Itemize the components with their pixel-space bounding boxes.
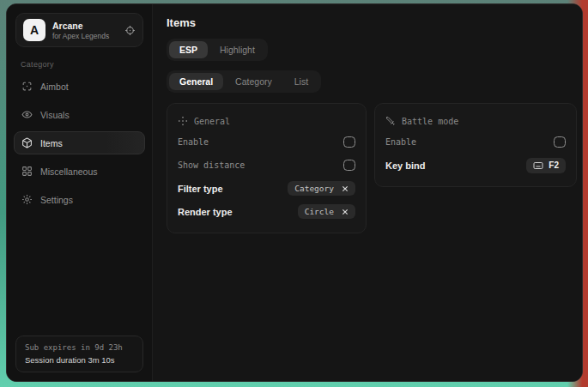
- sidebar-item-settings[interactable]: Settings: [14, 188, 145, 211]
- tab-general[interactable]: General: [169, 73, 223, 90]
- tab-highlight[interactable]: Highlight: [209, 41, 265, 58]
- eye-icon: [21, 109, 33, 120]
- selected-value: Circle: [305, 207, 334, 216]
- tab-esp[interactable]: ESP: [169, 41, 208, 58]
- setting-row-enable: Enable: [385, 131, 566, 153]
- sidebar-nav: Aimbot Visuals Items: [7, 75, 152, 211]
- setting-label: Render type: [178, 207, 233, 217]
- keyboard-icon: [533, 160, 543, 171]
- clear-x-icon[interactable]: [342, 209, 349, 215]
- panel-title: General: [194, 117, 230, 126]
- subscription-info-card: Sub expires in 9d 23h Session duration 3…: [15, 336, 143, 372]
- setting-row-key-bind: Key bind F2: [385, 154, 566, 176]
- sidebar-item-label: Settings: [40, 195, 73, 205]
- setting-label: Filter type: [178, 184, 223, 194]
- app-name: Arcane: [52, 21, 109, 31]
- grid-icon: [21, 166, 33, 177]
- setting-label: Enable: [178, 137, 209, 147]
- key-bind-button[interactable]: F2: [526, 158, 566, 173]
- key-bind-value: F2: [549, 160, 559, 170]
- app-subtitle: for Apex Legends: [52, 32, 109, 40]
- sub-expires-text: Sub expires in 9d 23h: [25, 343, 134, 352]
- setting-row-render-type: Render type Circle: [178, 201, 355, 222]
- sidebar: A Arcane for Apex Legends Category: [7, 4, 153, 381]
- filter-type-select[interactable]: Category: [288, 181, 355, 196]
- setting-label: Key bind: [385, 160, 425, 171]
- page-title: Items: [167, 16, 577, 29]
- enable-checkbox[interactable]: [343, 136, 355, 148]
- panel-title: Battle mode: [402, 117, 458, 126]
- setting-row-enable: Enable: [178, 131, 355, 153]
- crosshair-target-icon[interactable]: [124, 25, 136, 36]
- session-duration-text: Session duration 3m 10s: [25, 355, 134, 365]
- selected-value: Category: [294, 184, 334, 193]
- tab-category[interactable]: Category: [225, 73, 282, 90]
- main-content: Items ESP Highlight General Category Lis…: [153, 4, 583, 381]
- battle-mode-panel: Battle mode Enable Key bind: [374, 103, 577, 187]
- sidebar-item-miscellaneous[interactable]: Miscellaneous: [14, 160, 145, 183]
- tab-list[interactable]: List: [284, 73, 318, 90]
- sidebar-item-aimbot[interactable]: Aimbot: [14, 75, 145, 98]
- setting-label: Show distance: [178, 160, 245, 170]
- sword-icon: [385, 116, 396, 126]
- dotted-crosshair-icon: [178, 116, 188, 126]
- sidebar-item-label: Miscellaneous: [40, 166, 98, 177]
- brand-text: Arcane for Apex Legends: [52, 21, 109, 40]
- setting-row-show-distance: Show distance: [178, 154, 355, 176]
- app-window: A Arcane for Apex Legends Category: [6, 3, 583, 382]
- show-distance-checkbox[interactable]: [343, 160, 355, 171]
- primary-tab-group: ESP Highlight: [167, 39, 268, 61]
- gear-icon: [21, 194, 33, 205]
- crosshair-frame-icon: [21, 81, 33, 92]
- sidebar-item-label: Items: [40, 138, 63, 148]
- sidebar-section-label: Category: [21, 60, 152, 69]
- render-type-select[interactable]: Circle: [298, 204, 355, 219]
- brand-card: A Arcane for Apex Legends: [15, 13, 143, 47]
- sidebar-item-label: Aimbot: [40, 82, 69, 92]
- sidebar-item-items[interactable]: Items: [14, 131, 145, 154]
- general-panel: General Enable Show distance Filter type…: [167, 103, 367, 233]
- battle-enable-checkbox[interactable]: [554, 136, 566, 148]
- package-box-icon: [21, 137, 33, 148]
- setting-label: Enable: [385, 137, 416, 147]
- sidebar-item-visuals[interactable]: Visuals: [14, 103, 145, 126]
- secondary-tab-group: General Category List: [167, 70, 321, 93]
- clear-x-icon[interactable]: [342, 185, 349, 192]
- setting-row-filter-type: Filter type Category: [178, 178, 355, 199]
- sidebar-item-label: Visuals: [40, 110, 70, 120]
- app-logo: A: [23, 19, 45, 41]
